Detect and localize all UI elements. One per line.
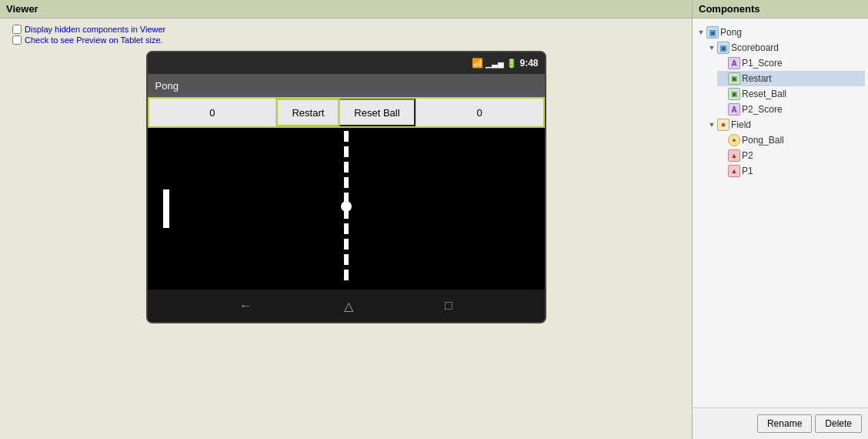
icon-p2: ▲: [728, 149, 740, 162]
icon-restart: ▣: [728, 72, 740, 85]
tree-item-scoreboard[interactable]: ▼ ▣ Scoreboard: [706, 40, 865, 55]
tree-item-p1[interactable]: ▲ P1: [717, 163, 865, 179]
label-p1score: P1_Score: [742, 58, 783, 69]
toggle-pong[interactable]: ▼: [696, 27, 706, 38]
viewer-panel: Viewer Display hidden components in View…: [0, 0, 693, 439]
icon-pong: ▣: [706, 26, 719, 39]
wifi-icon: 📶: [472, 58, 483, 69]
restart-button[interactable]: Restart: [276, 99, 339, 126]
score-left: 0: [149, 99, 277, 126]
tree-item-resetball[interactable]: ▣ Reset_Ball: [717, 86, 865, 102]
label-p1: P1: [742, 166, 753, 176]
recents-button[interactable]: □: [445, 299, 452, 313]
icon-pongball: ●: [728, 134, 740, 146]
label-p2score: P2_Score: [742, 104, 783, 115]
tree-item-p2[interactable]: ▲ P2: [717, 148, 865, 163]
viewer-header: Viewer: [0, 0, 692, 18]
label-field: Field: [731, 119, 751, 130]
label-pong: Pong: [720, 27, 742, 38]
label-restart: Restart: [742, 73, 772, 84]
label-pongball: Pong_Ball: [742, 135, 784, 146]
signal-bars: ▁▃▅: [486, 59, 504, 68]
icon-resetball: ▣: [728, 88, 740, 100]
back-button[interactable]: ←: [239, 299, 252, 313]
tree-item-p2score[interactable]: A P2_Score: [717, 102, 865, 117]
home-button[interactable]: △: [344, 299, 353, 313]
icon-p2score: A: [728, 103, 740, 116]
components-header: Components: [693, 0, 868, 18]
phone-status-bar: 📶 ▁▃▅ 🔋 9:48: [148, 52, 545, 74]
score-right: 0: [416, 99, 543, 126]
p1-paddle: [163, 189, 169, 228]
icon-p1score: A: [728, 57, 740, 69]
scoreboard-bar: 0 Restart Reset Ball 0: [148, 97, 545, 128]
status-time: 9:48: [519, 58, 538, 69]
game-field: [148, 128, 545, 290]
toggle-scoreboard[interactable]: ▼: [706, 42, 717, 53]
label-p2: P2: [742, 150, 753, 161]
label-scoreboard: Scoreboard: [731, 42, 779, 53]
app-title: Pong: [155, 80, 179, 92]
phone-mockup: 📶 ▁▃▅ 🔋 9:48 Pong 0 Restart Reset Ball 0: [146, 51, 546, 323]
tree-item-pongball[interactable]: ● Pong_Ball: [717, 132, 865, 148]
option1-checkbox[interactable]: [12, 25, 22, 34]
components-panel: Components ▼ ▣ Pong ▼ ▣ Scoreboard A P1_…: [693, 0, 868, 439]
icon-field: ■: [717, 119, 729, 131]
tree-item-pong[interactable]: ▼ ▣ Pong: [696, 25, 865, 40]
tree-item-restart[interactable]: ▣ Restart: [717, 71, 865, 86]
pong-ball: [341, 201, 352, 212]
status-icons: 📶 ▁▃▅ 🔋 9:48: [472, 58, 538, 69]
icon-scoreboard: ▣: [717, 42, 729, 54]
option2-label[interactable]: Check to see Preview on Tablet size.: [12, 35, 679, 45]
components-footer: Rename Delete: [693, 407, 868, 439]
tree-item-field[interactable]: ▼ ■ Field: [706, 117, 865, 132]
battery-icon: 🔋: [506, 59, 517, 69]
reset-ball-button[interactable]: Reset Ball: [339, 99, 415, 126]
rename-button[interactable]: Rename: [757, 414, 812, 433]
viewer-options: Display hidden components in Viewer Chec…: [0, 18, 692, 51]
option2-checkbox[interactable]: [12, 35, 22, 45]
option1-label[interactable]: Display hidden components in Viewer: [12, 25, 679, 34]
viewer-content: 📶 ▁▃▅ 🔋 9:48 Pong 0 Restart Reset Ball 0: [0, 51, 692, 439]
toggle-field[interactable]: ▼: [706, 119, 717, 130]
phone-nav-bar: ← △ □: [148, 290, 545, 322]
components-tree: ▼ ▣ Pong ▼ ▣ Scoreboard A P1_Score ▣ Res…: [693, 18, 868, 407]
delete-button[interactable]: Delete: [815, 414, 862, 433]
tree-item-p1score[interactable]: A P1_Score: [717, 55, 865, 71]
phone-title-bar: Pong: [148, 74, 545, 97]
label-resetball: Reset_Ball: [742, 89, 786, 99]
icon-p1: ▲: [728, 165, 740, 177]
